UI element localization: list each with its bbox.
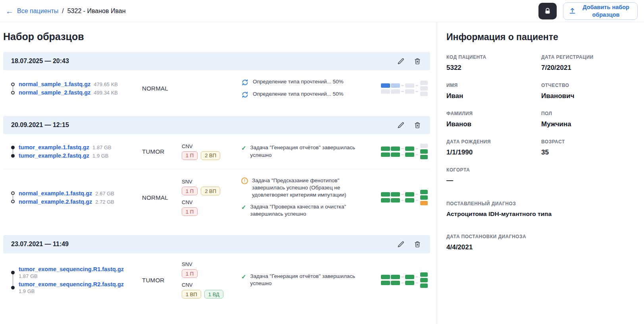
field-birth-date: ДАТА РОЖДЕНИЯ 1/1/1990 [446, 139, 533, 156]
status-list: ✓ Задача "Генерация отчётов" завершилась… [241, 273, 372, 287]
patient-info-panel: Информация о пациенте КОД ПАЦИЕНТА 5322 … [437, 22, 644, 324]
pipeline-segment [381, 281, 390, 285]
top-bar-actions: Добавить набор образцов [538, 2, 638, 20]
pipeline-segment [420, 92, 428, 96]
variant-badge: 1 ВП [182, 290, 201, 299]
pipeline-progress [381, 272, 428, 288]
variant-badge: 1 П [182, 187, 198, 195]
field-value: 1/1/1990 [446, 148, 533, 156]
pipeline-connector [415, 200, 418, 201]
file-link[interactable]: normal_sample_2.fastq.gz [19, 89, 90, 96]
field-label: ПОЛ [541, 111, 628, 116]
breadcrumb-all-patients-link[interactable]: Все пациенты [17, 8, 58, 15]
file-link[interactable]: tumor_example.2.fastq.gz [19, 152, 89, 159]
trash-icon [413, 57, 421, 65]
app-window: ← Все пациенты / 5322 - Иванов Иван Доба… [0, 0, 644, 324]
tag-group-label: CNV [182, 143, 241, 149]
pipeline-segment [405, 152, 414, 157]
file-item: normal_sample_2.fastq.gz 499.34 KB [11, 89, 138, 96]
pipeline-progress [381, 81, 428, 96]
field-label: ОТЧЕСТВО [541, 83, 628, 88]
pipeline-connector [401, 85, 404, 86]
file-bullet-icon [11, 154, 15, 158]
pipeline-segment [381, 152, 390, 157]
edit-button[interactable] [396, 56, 406, 66]
lock-button[interactable] [538, 3, 557, 19]
file-list: normal_sample_1.fastq.gz 479.65 KB norma… [11, 79, 142, 98]
file-bullet-icon [11, 200, 15, 203]
field-value: Иван [446, 92, 533, 100]
pipeline-segment [391, 89, 400, 94]
file-link[interactable]: tumor_example.1.fastq.gz [19, 144, 89, 150]
file-size: 1.87 GB [19, 273, 38, 279]
status-text: Задача "Генерация отчётов" завершилась у… [250, 144, 367, 158]
sync-icon [241, 91, 249, 98]
sample-set-actions [396, 120, 422, 130]
variant-tag-groups: SNV 1 П CNV 1 ВП 1 ВД [182, 261, 241, 299]
file-item: normal_sample_1.fastq.gz 479.65 KB [11, 81, 138, 87]
field-label: ДАТА РОЖДЕНИЯ [446, 139, 533, 145]
delete-button[interactable] [413, 239, 422, 249]
pipeline-connector [415, 85, 418, 86]
pipeline-connector [401, 200, 404, 201]
pipeline-segment [420, 201, 428, 205]
breadcrumb-separator: / [62, 8, 63, 15]
pipeline-connector [415, 154, 418, 155]
variant-tag-groups: CNV 1 П 2 ВП [182, 143, 241, 160]
edit-button[interactable] [396, 239, 406, 249]
file-bullet-icon [11, 91, 15, 94]
delete-button[interactable] [413, 120, 422, 130]
pipeline-segment [420, 86, 428, 91]
file-bullet-icon [11, 83, 15, 86]
file-link[interactable]: normal_example.1.fastq.gz [19, 190, 92, 197]
sample-set-actions [396, 56, 422, 66]
check-icon: ✓ [241, 145, 246, 152]
pipeline-segment [391, 152, 400, 157]
pipeline-connector [415, 194, 418, 195]
pipeline-connector [401, 148, 404, 149]
file-item: tumor_exome_sequencing.R1.fastq.gz 1.87 … [11, 266, 138, 279]
variant-badge: 1 ВД [204, 290, 223, 299]
sample-set-header: 20.09.2021 — 12:15 [3, 116, 430, 134]
file-link[interactable]: tumor_exome_sequencing.R1.fastq.gz [19, 266, 124, 272]
page-title: Набор образцов [3, 31, 430, 42]
field-label: ВОЗРАСТ [541, 139, 628, 145]
back-arrow-icon[interactable]: ← [6, 7, 13, 15]
pipeline-segment [391, 192, 400, 197]
sample-set-card: 18.07.2025 — 20:43 [3, 52, 430, 106]
sample-type-label: TUMOR [142, 148, 182, 155]
file-link[interactable]: normal_example.2.fastq.gz [19, 199, 92, 205]
pipeline-segment [391, 83, 400, 88]
file-bullet-icon [11, 286, 15, 289]
pipeline-segment [405, 83, 414, 88]
file-link[interactable]: tumor_exome_sequencing.R2.fastq.gz [19, 281, 124, 287]
sample-set-actions [396, 239, 422, 249]
field-label: ПОСТАВЛЕННЫЙ ДИАГНОЗ [446, 201, 628, 206]
sample-row: tumor_exome_sequencing.R1.fastq.gz 1.87 … [3, 253, 430, 307]
file-link[interactable]: normal_sample_1.fastq.gz [19, 81, 90, 87]
tag-group-label: CNV [182, 282, 241, 288]
file-item: normal_example.2.fastq.gz 2.72 GB [11, 199, 138, 205]
add-sample-set-button[interactable]: Добавить набор образцов [563, 2, 638, 20]
file-size: 479.65 KB [94, 81, 118, 87]
sample-type-label: TUMOR [142, 277, 182, 284]
tag-group: CNV 1 ВП 1 ВД [182, 282, 241, 299]
field-value: Иванов [446, 120, 533, 128]
sample-row: tumor_example.1.fastq.gz 1.87 GB tumor_e… [3, 134, 430, 169]
file-size: 2.72 GB [95, 199, 114, 205]
field-value: Астроцитома IDH-мутантного типа [446, 210, 628, 218]
sample-set-header: 23.07.2021 — 11:49 [3, 235, 430, 253]
pipeline-segment [405, 198, 414, 202]
field-value: 4/4/2021 [446, 243, 628, 251]
pipeline-progress [381, 190, 428, 205]
status-text: Определение типа прочтений... 50% [253, 91, 344, 98]
edit-button[interactable] [396, 120, 406, 130]
pipeline-connector [415, 91, 418, 92]
field-value: 35 [541, 148, 628, 156]
file-size: 2.67 GB [95, 191, 114, 197]
pipeline-segment [420, 272, 428, 277]
delete-button[interactable] [413, 56, 422, 66]
pipeline-segment [420, 195, 428, 200]
status-text: Задача "Проверка качества и очистка" зав… [250, 203, 367, 218]
tag-group: SNV 1 П [182, 261, 241, 278]
